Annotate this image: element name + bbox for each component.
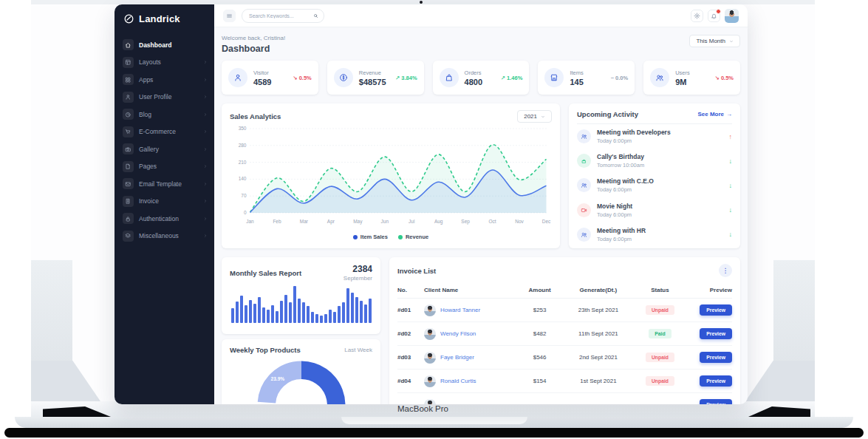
gear-icon bbox=[694, 13, 700, 19]
chevron-right-icon bbox=[203, 112, 208, 117]
activity-item-meeting-with-developers[interactable]: Meeting with Developers Today 6:00pm ↑ bbox=[577, 124, 732, 149]
sidebar-item-label: User Profile bbox=[139, 93, 198, 101]
settings-button[interactable] bbox=[691, 10, 703, 22]
activity-item-time: Today 6:00pm bbox=[597, 211, 723, 218]
search-box[interactable] bbox=[242, 9, 324, 23]
status-badge: Unpaid bbox=[646, 305, 674, 315]
layout-icon bbox=[125, 59, 131, 66]
stat-card-revenue: Revenue $48575 ↗ 3.84% bbox=[327, 61, 424, 95]
chevron-right-icon bbox=[203, 182, 208, 186]
invoice-number: #d01 bbox=[397, 307, 424, 313]
preview-button[interactable]: Preview bbox=[700, 399, 732, 404]
see-more-link[interactable]: See More→ bbox=[697, 111, 732, 118]
sales-bar bbox=[267, 310, 270, 323]
activity-item-meeting-with-c-e-o[interactable]: Meeting with C.E.O Today 6:00pm ↓ bbox=[577, 173, 732, 197]
svg-text:280: 280 bbox=[239, 143, 247, 148]
stat-card-items: Items 145 ~ 0.0% bbox=[538, 61, 635, 95]
year-selector[interactable]: 2021 bbox=[517, 110, 552, 123]
dollar-icon bbox=[339, 73, 348, 82]
activity-item-meeting-with-hr[interactable]: Meeting with HR Today 6:00pm ↓ bbox=[577, 222, 732, 247]
activity-item-cally-s-birthday[interactable]: Cally's Birthday Tomorrow 10:00am ↓ bbox=[577, 149, 732, 173]
activity-item-movie-night[interactable]: Movie Night Today 6:00pm ↓ bbox=[577, 198, 732, 222]
monthly-sales-month: September bbox=[344, 275, 372, 282]
preview-button[interactable]: Preview bbox=[700, 375, 732, 387]
store-icon bbox=[550, 73, 558, 82]
sales-bar bbox=[311, 312, 314, 323]
sales-analytics-card: Sales Analytics 2021 070140210280350JanF… bbox=[222, 103, 560, 248]
sales-bar bbox=[271, 305, 274, 323]
invoice-date: 2nd Sept 2021 bbox=[563, 354, 634, 361]
client-name-link[interactable]: Howard Tanner bbox=[440, 307, 480, 313]
macbook-right-bezel-flare bbox=[745, 361, 815, 401]
sidebar-item-dashboard[interactable]: Dashboard bbox=[115, 36, 214, 54]
sales-bar bbox=[276, 311, 278, 323]
stat-card-users: Users 9M ↘ 0.5% bbox=[643, 61, 740, 95]
sidebar-item-email-template[interactable]: Email Template bbox=[115, 175, 214, 193]
logo[interactable]: Landrick bbox=[115, 4, 214, 36]
user-avatar[interactable] bbox=[725, 9, 739, 23]
people-icon bbox=[577, 228, 591, 242]
layers-icon bbox=[125, 233, 131, 239]
period-selector[interactable]: This Month bbox=[689, 35, 740, 47]
hamburger-icon bbox=[226, 13, 233, 19]
chevron-right-icon bbox=[203, 199, 208, 203]
sidebar-item-blog[interactable]: Blog bbox=[115, 106, 214, 123]
sales-analytics-title: Sales Analytics bbox=[230, 112, 281, 120]
sidebar-item-apps[interactable]: Apps bbox=[115, 71, 214, 89]
activity-item-time: Today 6:00pm bbox=[597, 137, 723, 144]
stats-row: Visitor 4589 ↘ 0.5% Revenue $48575 ↗ 3.8… bbox=[222, 61, 740, 95]
sidebar-item-authentication[interactable]: Authentication bbox=[115, 210, 214, 228]
sidebar-item-pages[interactable]: Pages bbox=[115, 158, 214, 176]
column-header-no: No. bbox=[397, 287, 424, 293]
sales-bar bbox=[258, 297, 261, 323]
invoice-table-body: #d01 Howard Tanner $253 23th Sept 2021 U… bbox=[397, 299, 732, 404]
client-name-link[interactable]: Faye Bridger bbox=[440, 354, 474, 361]
invoice-number: #d04 bbox=[397, 378, 424, 384]
preview-button[interactable]: Preview bbox=[700, 352, 732, 363]
svg-text:Mar: Mar bbox=[300, 219, 309, 224]
notifications-button[interactable] bbox=[708, 10, 720, 22]
search-input[interactable] bbox=[247, 13, 310, 19]
status-badge: Unpaid bbox=[646, 376, 674, 386]
svg-text:May: May bbox=[353, 219, 363, 225]
legend-item-sales: Item Sales bbox=[353, 234, 388, 240]
sales-bar bbox=[253, 304, 256, 323]
stat-label: Visitor bbox=[253, 69, 287, 76]
sidebar-item-layouts[interactable]: Layouts bbox=[115, 54, 214, 72]
stat-label: Users bbox=[675, 69, 708, 76]
sidebar: Landrick Dashboard Layouts Apps User Pro… bbox=[115, 4, 214, 404]
svg-text:140: 140 bbox=[239, 176, 247, 181]
preview-button[interactable]: Preview bbox=[700, 304, 732, 316]
file-icon bbox=[125, 198, 131, 205]
sidebar-item-label: Authentication bbox=[139, 215, 198, 222]
activity-item-title: Meeting with C.E.O bbox=[597, 177, 723, 185]
preview-button[interactable]: Preview bbox=[700, 328, 732, 339]
activity-trend-arrow: ↓ bbox=[729, 206, 733, 214]
sidebar-item-e-commerce[interactable]: E-Commerce bbox=[115, 123, 214, 141]
client-name-link[interactable]: Ronald Curtis bbox=[440, 378, 476, 384]
svg-text:Apr: Apr bbox=[327, 219, 335, 225]
menu-toggle-button[interactable] bbox=[223, 10, 236, 22]
middle-row: Sales Analytics 2021 070140210280350JanF… bbox=[222, 103, 740, 248]
sidebar-item-label: E-Commerce bbox=[139, 128, 198, 135]
activity-item-title: Meeting with HR bbox=[597, 227, 723, 234]
sidebar-item-user-profile[interactable]: User Profile bbox=[115, 89, 214, 106]
invoice-row: #d03 Faye Bridger $546 2nd Sept 2021 Unp… bbox=[397, 346, 732, 370]
welcome-text: Welcome back, Cristina! bbox=[222, 35, 285, 41]
sidebar-item-invoice[interactable]: Invoice bbox=[115, 193, 214, 211]
clock-icon bbox=[125, 112, 131, 118]
notification-badge bbox=[716, 9, 721, 14]
stat-label: Orders bbox=[465, 69, 495, 76]
invoice-menu-button[interactable]: ⋮ bbox=[719, 264, 732, 277]
client-name-link[interactable]: Wendy Filson bbox=[440, 330, 476, 337]
sidebar-item-miscellaneous[interactable]: Miscellaneous bbox=[115, 228, 214, 245]
stat-card-orders: Orders 4800 ↗ 1.46% bbox=[433, 61, 530, 95]
sales-bar bbox=[333, 312, 336, 323]
activity-header: Upcoming Activity See More→ bbox=[577, 110, 732, 124]
sidebar-item-gallery[interactable]: Gallery bbox=[115, 140, 214, 158]
weekly-top-products-donut: 38.5%23.9% bbox=[253, 356, 350, 404]
sales-bar bbox=[342, 302, 345, 323]
cake-icon bbox=[577, 154, 591, 168]
column-header-amount: Amount bbox=[516, 287, 563, 293]
legend-revenue: Revenue bbox=[398, 234, 428, 240]
